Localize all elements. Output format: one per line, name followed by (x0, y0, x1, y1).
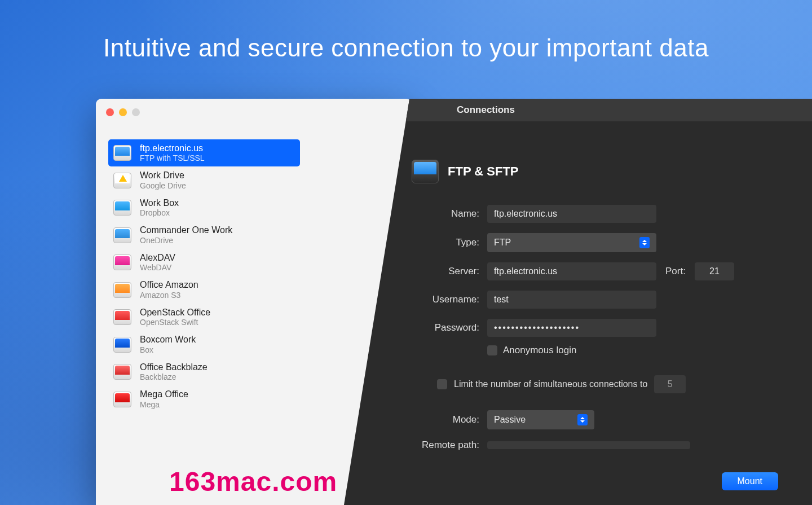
section-header: FTP & SFTP (412, 160, 812, 183)
box-icon (113, 335, 132, 354)
remote-path-label: Remote path: (406, 440, 479, 451)
openstack-icon (113, 308, 132, 327)
list-item[interactable]: OpenStack OfficeOpenStack Swift (108, 304, 300, 331)
stage: ftp.electronic.usFTP with TSL/SSL Work D… (96, 99, 812, 505)
list-item[interactable]: AlexDAVWebDAV (108, 249, 300, 276)
onedrive-icon (113, 226, 132, 245)
hero-title: Intuitive and secure connection to your … (0, 34, 812, 62)
list-item[interactable]: Office AmazonAmazon S3 (108, 276, 300, 303)
mega-icon (113, 390, 132, 409)
list-item-title: Mega Office (140, 389, 188, 399)
type-select-value: FTP (494, 238, 511, 248)
list-item-title: AlexDAV (140, 253, 175, 263)
password-label: Password: (412, 322, 479, 333)
limit-connections-checkbox[interactable] (437, 379, 447, 389)
name-field[interactable]: ftp.electronic.us (487, 205, 656, 223)
remote-path-field[interactable] (487, 441, 690, 449)
close-icon[interactable] (106, 108, 114, 116)
dropbox-icon (113, 198, 132, 217)
section-title: FTP & SFTP (448, 164, 519, 179)
list-item-title: ftp.electronic.us (140, 143, 205, 153)
list-item[interactable]: Office BackblazeBackblaze (108, 358, 300, 385)
backblaze-icon (113, 362, 132, 381)
list-item-sub: OneDrive (140, 236, 232, 245)
list-item-title: Office Amazon (140, 280, 198, 290)
list-item[interactable]: Commander One WorkOneDrive (108, 221, 300, 248)
list-item-sub: Backblaze (140, 372, 208, 381)
ftp-drive-icon (113, 143, 132, 163)
list-item-title: Boxcom Work (140, 335, 196, 345)
anonymous-login-row[interactable]: Anonymous login (487, 345, 812, 356)
list-item[interactable]: Boxcom WorkBox (108, 331, 300, 358)
maximize-icon[interactable] (132, 108, 140, 116)
connection-detail-panel: Connections FTP & SFTP Name: ftp.electro… (344, 99, 812, 505)
watermark: 163mac.com (169, 466, 337, 497)
connections-list: ftp.electronic.usFTP with TSL/SSL Work D… (108, 139, 300, 413)
list-item-sub: Box (140, 345, 196, 354)
minimize-icon[interactable] (119, 108, 127, 116)
list-item[interactable]: Mega OfficeMega (108, 385, 300, 412)
list-item-title: Office Backblaze (140, 362, 208, 372)
chevron-updown-icon (577, 414, 588, 425)
list-item[interactable]: ftp.electronic.usFTP with TSL/SSL (108, 139, 300, 166)
list-item[interactable]: Work BoxDropbox (108, 194, 300, 221)
limit-connections-row[interactable]: Limit the number of simultaneous connect… (437, 375, 812, 393)
google-drive-icon (113, 171, 132, 190)
username-label: Username: (412, 294, 479, 305)
name-label: Name: (412, 208, 479, 219)
list-item-title: OpenStack Office (140, 308, 210, 318)
username-field[interactable]: test (487, 291, 656, 309)
list-item[interactable]: Work DriveGoogle Drive (108, 166, 300, 194)
server-label: Server: (412, 266, 479, 277)
list-item-sub: WebDAV (140, 263, 175, 272)
anonymous-login-checkbox[interactable] (487, 345, 497, 355)
limit-connections-field[interactable]: 5 (654, 375, 686, 393)
list-item-sub: Dropbox (140, 208, 179, 217)
list-item-sub: Amazon S3 (140, 291, 198, 300)
ftp-drive-icon (412, 160, 439, 183)
port-label: Port: (665, 266, 686, 277)
mode-label: Mode: (406, 414, 479, 425)
password-field[interactable]: •••••••••••••••••••• (487, 319, 656, 337)
titlebar (96, 99, 412, 126)
panel-title: Connections (344, 99, 812, 121)
server-field[interactable]: ftp.electronic.us (487, 262, 656, 280)
type-label: Type: (412, 237, 479, 248)
list-item-sub: FTP with TSL/SSL (140, 153, 205, 163)
list-item-title: Work Drive (140, 170, 186, 181)
list-item-sub: Mega (140, 400, 188, 409)
amazon-s3-icon (113, 280, 132, 300)
webdav-icon (113, 253, 132, 272)
list-item-sub: OpenStack Swift (140, 318, 210, 327)
mode-select-value: Passive (494, 415, 526, 425)
mount-button[interactable]: Mount (722, 472, 778, 490)
limit-connections-label: Limit the number of simultaneous connect… (454, 379, 647, 389)
chevron-updown-icon (639, 237, 650, 248)
list-item-title: Work Box (140, 198, 179, 208)
list-item-sub: Google Drive (140, 181, 186, 190)
port-field[interactable]: 21 (695, 262, 734, 280)
anonymous-login-label: Anonymous login (503, 345, 576, 356)
list-item-title: Commander One Work (140, 225, 232, 235)
connection-form: Name: ftp.electronic.us Type: FTP Server… (412, 205, 795, 337)
type-select[interactable]: FTP (487, 233, 656, 252)
mode-select[interactable]: Passive (487, 410, 594, 429)
